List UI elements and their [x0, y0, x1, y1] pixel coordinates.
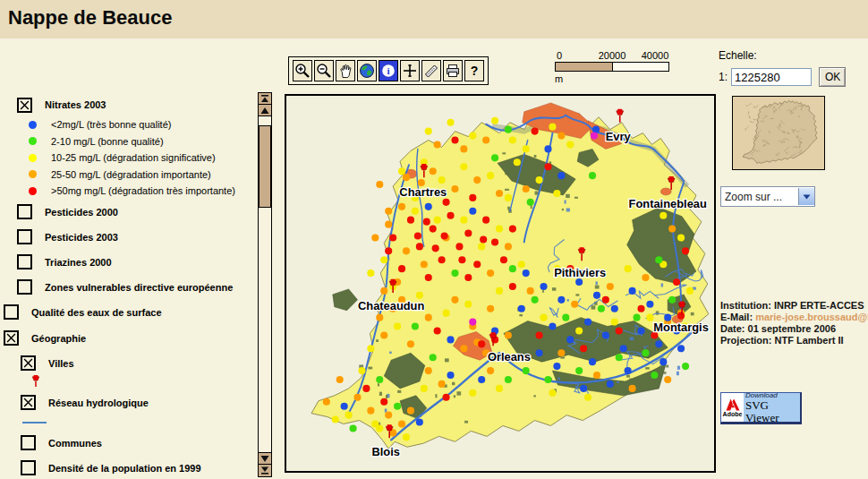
nitrate-dot-g[interactable] — [562, 314, 569, 321]
nitrate-dot-o[interactable] — [642, 274, 649, 281]
overview-minimap[interactable] — [732, 96, 825, 170]
nitrate-dot-y[interactable] — [478, 243, 485, 250]
nitrate-dot-r[interactable] — [414, 232, 421, 239]
nitrate-dot-g[interactable] — [376, 376, 383, 383]
nitrate-dot-o[interactable] — [403, 174, 410, 181]
nitrate-dot-b[interactable] — [425, 203, 432, 210]
nitrate-dot-b[interactable] — [607, 381, 614, 388]
nitrate-dot-o[interactable] — [505, 243, 512, 250]
nitrate-dot-y[interactable] — [523, 145, 530, 152]
nitrate-dot-g[interactable] — [575, 367, 583, 374]
nitrate-dot-o[interactable] — [353, 394, 361, 401]
nitrate-dot-o[interactable] — [668, 226, 676, 233]
nitrate-dot-b[interactable] — [620, 345, 627, 352]
nitrate-dot-o[interactable] — [482, 136, 489, 143]
nitrate-dot-o[interactable] — [403, 247, 410, 254]
nitrate-dot-o[interactable] — [629, 385, 636, 392]
nitrate-dot-o[interactable] — [557, 349, 565, 356]
nitrate-dot-g[interactable] — [655, 256, 662, 263]
nitrate-dot-r[interactable] — [602, 296, 609, 304]
nitrate-dot-g[interactable] — [394, 403, 401, 410]
nitrate-dot-b[interactable] — [469, 208, 476, 215]
layer-checkbox-communes[interactable] — [21, 435, 36, 450]
nitrate-dot-r[interactable] — [482, 217, 489, 224]
nitrate-dot-g[interactable] — [616, 354, 623, 361]
nitrate-dot-r[interactable] — [443, 199, 450, 206]
pan-button[interactable] — [336, 60, 355, 81]
nitrate-dot-o[interactable] — [607, 283, 614, 290]
nitrate-dot-r[interactable] — [473, 261, 481, 268]
layer-checkbox-g-ographie[interactable] — [4, 330, 19, 346]
nitrate-dot-b[interactable] — [536, 349, 543, 356]
nitrate-dot-o[interactable] — [385, 221, 392, 228]
nitrate-dot-g[interactable] — [505, 376, 512, 383]
nitrate-dot-y[interactable] — [646, 314, 653, 321]
nitrate-dot-b[interactable] — [660, 358, 667, 365]
nitrate-dot-g[interactable] — [589, 172, 596, 179]
nitrate-dot-g[interactable] — [350, 424, 357, 432]
scrollbar-track[interactable] — [258, 115, 272, 454]
nitrate-dot-m[interactable] — [591, 133, 598, 140]
nitrate-dot-y[interactable] — [438, 176, 446, 184]
nitrate-dot-g[interactable] — [491, 154, 498, 161]
nitrate-dot-y[interactable] — [460, 163, 467, 170]
chevron-down-icon[interactable] — [798, 188, 814, 205]
nitrate-dot-o[interactable] — [571, 301, 578, 308]
nitrate-dot-y[interactable] — [447, 119, 454, 126]
nitrate-dot-y[interactable] — [491, 117, 498, 124]
nitrate-dot-y[interactable] — [367, 269, 374, 277]
nitrate-dot-y[interactable] — [549, 389, 556, 397]
nitrate-dot-y[interactable] — [584, 394, 591, 401]
nitrate-dot-o[interactable] — [421, 261, 428, 268]
nitrate-dot-b[interactable] — [544, 145, 551, 152]
nitrate-dot-r[interactable] — [438, 256, 446, 263]
nitrate-dot-r[interactable] — [458, 256, 465, 263]
nitrate-dot-r[interactable] — [673, 278, 680, 286]
nitrate-dot-o[interactable] — [398, 203, 405, 210]
nitrate-dot-o[interactable] — [593, 372, 600, 379]
adobe-svg-viewer-badge[interactable]: Adobe Download SVG Viewer — [720, 392, 802, 424]
nitrate-dot-y[interactable] — [540, 314, 547, 321]
nitrate-dot-o[interactable] — [367, 407, 374, 415]
nitrate-dot-b[interactable] — [664, 314, 671, 321]
nitrate-dot-o[interactable] — [385, 412, 392, 419]
nitrate-dot-g[interactable] — [527, 199, 534, 206]
nitrate-dot-r[interactable] — [385, 247, 392, 254]
nitrate-dot-r[interactable] — [443, 394, 450, 401]
nitrate-dot-y[interactable] — [509, 136, 516, 143]
nitrate-dot-r[interactable] — [580, 345, 587, 352]
nitrate-dot-o[interactable] — [523, 185, 530, 192]
nitrate-dot-o[interactable] — [487, 305, 494, 312]
map-vertical-scrollbar[interactable] — [258, 92, 272, 476]
nitrate-dot-y[interactable] — [496, 385, 503, 392]
nitrate-dot-y[interactable] — [549, 124, 556, 131]
nitrate-dot-o[interactable] — [398, 420, 405, 427]
nitrate-dot-r[interactable] — [416, 243, 423, 250]
nitrate-dot-b[interactable] — [575, 278, 583, 286]
nitrate-dot-r[interactable] — [398, 265, 405, 272]
scale-input[interactable] — [731, 68, 812, 86]
nitrate-dot-g[interactable] — [668, 296, 676, 304]
nitrate-dot-r[interactable] — [536, 331, 543, 338]
nitrate-dot-b[interactable] — [602, 331, 609, 338]
nitrate-dot-o[interactable] — [527, 287, 534, 295]
nitrate-dot-o[interactable] — [430, 167, 437, 175]
nitrate-dot-o[interactable] — [336, 376, 344, 383]
nitrate-dot-b[interactable] — [557, 172, 565, 179]
nitrate-dot-r[interactable] — [478, 340, 485, 347]
nitrate-dot-g[interactable] — [642, 349, 649, 356]
layer-checkbox-nitrates-2003[interactable] — [17, 98, 32, 113]
nitrate-dot-o[interactable] — [438, 381, 446, 388]
nitrate-dot-r[interactable] — [407, 217, 414, 224]
nitrate-dot-b[interactable] — [592, 126, 600, 133]
layer-checkbox-pesticides-2000[interactable] — [17, 204, 32, 219]
nitrate-dot-r[interactable] — [469, 194, 476, 201]
nitrate-dot-b[interactable] — [540, 283, 547, 290]
nitrate-dot-o[interactable] — [460, 345, 467, 352]
nitrate-dot-y[interactable] — [625, 265, 632, 272]
nitrate-dot-g[interactable] — [651, 372, 658, 379]
nitrate-dot-b[interactable] — [523, 269, 530, 277]
nitrate-dot-y[interactable] — [496, 226, 503, 233]
nitrate-dot-g[interactable] — [682, 363, 689, 370]
full-extent-button[interactable] — [357, 60, 377, 81]
